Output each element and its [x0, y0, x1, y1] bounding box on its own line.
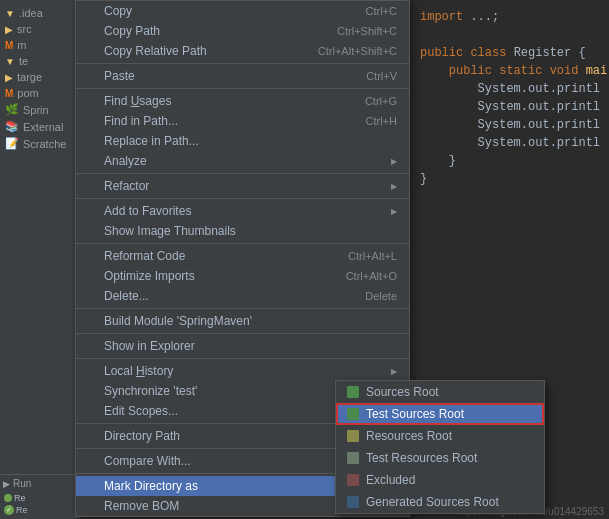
menu-item-build-label: Build Module 'SpringMaven': [104, 314, 397, 328]
menu-item-refactor-label: Refactor: [104, 179, 391, 193]
menu-item-copy-path-label: Copy Path: [104, 24, 317, 38]
menu-item-replace-path[interactable]: Replace in Path...: [76, 131, 409, 151]
separator-3: [76, 173, 409, 174]
separator-2: [76, 88, 409, 89]
code-line-10: }: [420, 170, 609, 188]
menu-item-add-favorites-label: Add to Favorites: [104, 204, 391, 218]
sidebar-item-idea[interactable]: ▼ .idea: [0, 5, 79, 21]
menu-item-find-usages-shortcut: Ctrl+G: [365, 95, 397, 107]
submenu-item-sources-root-label: Sources Root: [366, 385, 439, 399]
separator-1: [76, 63, 409, 64]
sidebar-item-m[interactable]: M m: [0, 37, 79, 53]
sidebar-item-label: .idea: [19, 7, 43, 19]
menu-item-copy-relative[interactable]: Copy Relative Path Ctrl+Alt+Shift+C: [76, 41, 409, 61]
menu-item-optimize-shortcut: Ctrl+Alt+O: [346, 270, 397, 282]
check-circle-2: ✓: [4, 505, 14, 515]
scratches-icon: 📝: [5, 137, 19, 150]
submenu-item-sources-root[interactable]: Sources Root: [336, 381, 544, 403]
test-resources-root-icon: [346, 451, 360, 465]
test-sources-root-icon: [346, 407, 360, 421]
run-panel: ▶ Run Re ✓ Re: [0, 474, 80, 519]
resources-root-icon: [346, 429, 360, 443]
menu-item-paste[interactable]: Paste Ctrl+V: [76, 66, 409, 86]
folder-icon: ▼: [5, 8, 15, 19]
menu-item-find-path-shortcut: Ctrl+H: [366, 115, 397, 127]
code-line-9: }: [420, 152, 609, 170]
run-item-2[interactable]: ✓ Re: [3, 504, 77, 516]
folder-icon: ▶: [5, 72, 13, 83]
menu-item-compare-label: Compare With...: [104, 454, 346, 468]
run-item-label-2: Re: [16, 505, 28, 515]
separator-4: [76, 198, 409, 199]
sidebar-item-pom[interactable]: M pom: [0, 85, 79, 101]
submenu-item-generated[interactable]: Generated Sources Root: [336, 491, 544, 513]
sidebar-item-target[interactable]: ▶ targe: [0, 69, 79, 85]
sidebar-item-label: pom: [17, 87, 38, 99]
external-icon: 📚: [5, 120, 19, 133]
menu-item-find-usages[interactable]: Find Usages Ctrl+G: [76, 91, 409, 111]
menu-item-build[interactable]: Build Module 'SpringMaven': [76, 311, 409, 331]
folder-icon: ▼: [5, 56, 15, 67]
menu-item-copy-path[interactable]: Copy Path Ctrl+Shift+C: [76, 21, 409, 41]
menu-item-analyze-label: Analyze: [104, 154, 391, 168]
java-icon: M: [5, 88, 13, 99]
submenu-item-excluded-label: Excluded: [366, 473, 415, 487]
submenu-item-test-resources-root[interactable]: Test Resources Root: [336, 447, 544, 469]
run-icon: ▶: [3, 479, 10, 489]
sidebar-item-label: targe: [17, 71, 42, 83]
menu-item-delete-shortcut: Delete: [365, 290, 397, 302]
run-label: Run: [13, 478, 31, 489]
submenu-item-resources-root[interactable]: Resources Root: [336, 425, 544, 447]
menu-item-optimize-imports-label: Optimize Imports: [104, 269, 326, 283]
menu-item-reformat-label: Reformat Code: [104, 249, 328, 263]
submenu-item-test-sources-root[interactable]: Test Sources Root: [336, 403, 544, 425]
sidebar-item-scratches[interactable]: 📝 Scratche: [0, 135, 79, 152]
separator-7: [76, 333, 409, 334]
sources-root-icon: [346, 385, 360, 399]
menu-item-directory-path-label: Directory Path: [104, 429, 315, 443]
sidebar-item-te[interactable]: ▼ te: [0, 53, 79, 69]
sidebar-item-label: External: [23, 121, 63, 133]
menu-item-show-explorer[interactable]: Show in Explorer: [76, 336, 409, 356]
submenu-item-test-resources-root-label: Test Resources Root: [366, 451, 477, 465]
menu-item-delete[interactable]: Delete... Delete: [76, 286, 409, 306]
submenu-item-test-sources-root-label: Test Sources Root: [366, 407, 464, 421]
menu-item-refactor[interactable]: Refactor: [76, 176, 409, 196]
sidebar-item-src[interactable]: ▶ src: [0, 21, 79, 37]
menu-item-show-explorer-label: Show in Explorer: [104, 339, 397, 353]
code-line-5: System.out.printl: [420, 80, 609, 98]
code-line-4: public static void mai: [420, 62, 609, 80]
menu-item-reformat[interactable]: Reformat Code Ctrl+Alt+L: [76, 246, 409, 266]
run-panel-header: ▶ Run: [3, 478, 77, 489]
sidebar-item-label: src: [17, 23, 32, 35]
sidebar-panel: ▼ .idea ▶ src M m ▼ te ▶ targe M pom 🌿 S…: [0, 0, 80, 519]
menu-item-image-thumbnails[interactable]: Show Image Thumbnails: [76, 221, 409, 241]
sidebar-item-label: Scratche: [23, 138, 66, 150]
menu-item-copy-path-shortcut: Ctrl+Shift+C: [337, 25, 397, 37]
sidebar-item-external[interactable]: 📚 External: [0, 118, 79, 135]
menu-item-add-favorites[interactable]: Add to Favorites: [76, 201, 409, 221]
sidebar-item-label: m: [17, 39, 26, 51]
menu-item-optimize-imports[interactable]: Optimize Imports Ctrl+Alt+O: [76, 266, 409, 286]
run-item-1[interactable]: Re: [3, 492, 77, 504]
menu-item-find-path-label: Find in Path...: [104, 114, 346, 128]
sidebar-item-spring[interactable]: 🌿 Sprin: [0, 101, 79, 118]
menu-item-local-history-label: Local History: [104, 364, 391, 378]
separator-8: [76, 358, 409, 359]
menu-item-analyze[interactable]: Analyze: [76, 151, 409, 171]
code-line-6: System.out.printl: [420, 98, 609, 116]
run-item-label-1: Re: [14, 493, 26, 503]
code-line-7: System.out.printl: [420, 116, 609, 134]
code-line-1: import ...;: [420, 8, 609, 26]
menu-item-replace-path-label: Replace in Path...: [104, 134, 397, 148]
menu-item-find-path[interactable]: Find in Path... Ctrl+H: [76, 111, 409, 131]
submenu-item-generated-label: Generated Sources Root: [366, 495, 499, 509]
code-line-8: System.out.printl: [420, 134, 609, 152]
menu-item-local-history[interactable]: Local History: [76, 361, 409, 381]
submenu-item-resources-root-label: Resources Root: [366, 429, 452, 443]
menu-item-image-thumbnails-label: Show Image Thumbnails: [104, 224, 397, 238]
menu-item-paste-label: Paste: [104, 69, 346, 83]
menu-item-copy[interactable]: Copy Ctrl+C: [76, 1, 409, 21]
submenu-item-excluded[interactable]: Excluded: [336, 469, 544, 491]
submenu-mark-directory: Sources Root Test Sources Root Resources…: [335, 380, 545, 514]
